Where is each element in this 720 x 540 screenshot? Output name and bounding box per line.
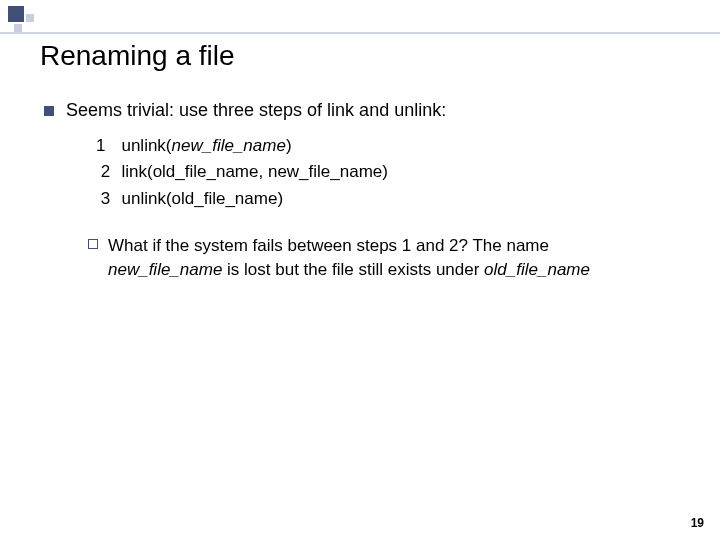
step-text-suffix: ) <box>286 136 292 155</box>
step-number: 1 <box>96 133 112 159</box>
step-number: 3 <box>101 186 117 212</box>
sub-bullet-text: What if the system fails between steps 1… <box>108 234 668 282</box>
square-bullet-icon <box>44 106 54 116</box>
page-number: 19 <box>691 516 704 530</box>
step-number: 2 <box>101 159 117 185</box>
deco-square-small <box>14 24 22 32</box>
step-arg: new_file_name <box>172 136 286 155</box>
sub-mid: is lost but the file still exists under <box>222 260 484 279</box>
open-square-bullet-icon <box>88 239 98 249</box>
slide-title: Renaming a file <box>40 40 690 72</box>
step-text: link(old_file_name, new_file_name) <box>121 162 387 181</box>
bullet-level-1: Seems trivial: use three steps of link a… <box>44 100 690 121</box>
numbered-steps: 1 unlink(new_file_name) 2 link(old_file_… <box>96 133 690 212</box>
bullet-text: Seems trivial: use three steps of link a… <box>66 100 446 121</box>
step-1: 1 unlink(new_file_name) <box>96 133 690 159</box>
deco-square-small <box>26 14 34 22</box>
step-2: 2 link(old_file_name, new_file_name) <box>96 159 690 185</box>
corner-decoration <box>8 6 42 30</box>
header-rule <box>0 32 720 34</box>
sub-em1: new_file_name <box>108 260 222 279</box>
step-3: 3 unlink(old_file_name) <box>96 186 690 212</box>
step-text: unlink(old_file_name) <box>121 189 283 208</box>
deco-square-large <box>8 6 24 22</box>
step-text-prefix: unlink( <box>121 136 171 155</box>
sub-em2: old_file_name <box>484 260 590 279</box>
sub-bullet: What if the system fails between steps 1… <box>88 234 690 282</box>
slide-content: Renaming a file Seems trivial: use three… <box>40 40 690 282</box>
sub-lead: What if the system fails between steps 1… <box>108 236 549 255</box>
